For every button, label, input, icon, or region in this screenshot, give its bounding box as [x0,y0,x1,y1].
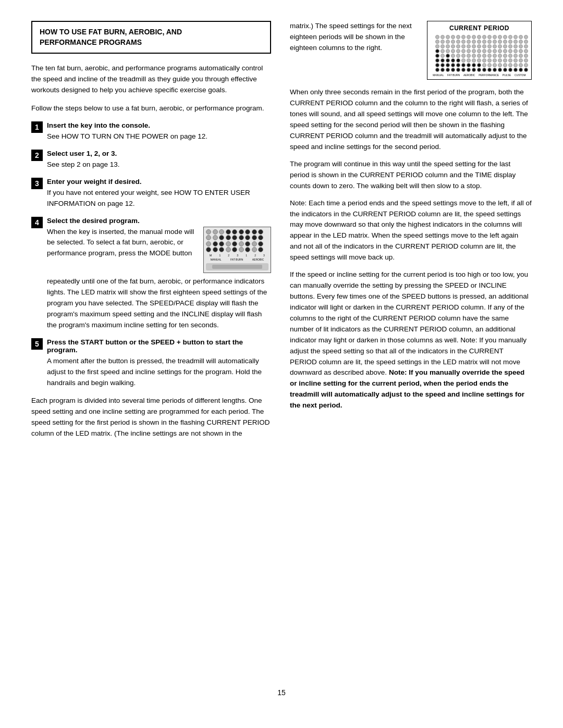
cp-r5c2 [440,54,445,58]
led-label-1a: 1 [219,254,221,257]
step-2-number: 2 [31,150,43,161]
cp-r3c9 [477,44,481,48]
cp-r8c14 [503,68,507,72]
led-r3c6 [239,241,244,246]
cp-r1c11 [487,35,492,39]
cp-r2c15 [508,40,512,44]
led-r4c3 [219,247,224,252]
cp-r6c1 [435,58,439,63]
cp-r2c3 [446,40,450,44]
led-label-1b: 1 [246,254,247,257]
led-label-3b: 3 [263,254,265,257]
cp-r5c15 [508,54,512,58]
cp-r8c6 [461,68,466,72]
cp-label-custom: CUSTOM [515,73,526,78]
step-3-title: Enter your weight if desired. [47,178,271,186]
led-r1c6 [239,229,244,235]
cp-r5c4 [451,54,455,58]
cp-r8c10 [482,68,486,72]
cp-r1c10 [482,35,486,39]
step-1-block: 1 Insert the key into the console. See H… [31,121,271,142]
cp-r6c4 [451,58,455,63]
cp-r6c17 [519,58,523,63]
step-1-title: Insert the key into the console. [47,121,271,129]
cp-r6c6 [461,58,466,63]
led-label-manual: MANUAL [211,258,222,261]
cp-r4c6 [461,49,466,53]
led-r4c6 [239,247,244,252]
cp-r6c13 [498,58,502,63]
cp-r2c16 [513,40,518,44]
led-label-m: M [210,254,212,257]
cp-r2c7 [467,40,471,44]
cp-r4c11 [487,49,492,53]
cp-r5c10 [482,54,486,58]
led-r3c1 [206,241,211,246]
led-r3c3 [219,241,224,246]
cp-r1c5 [456,35,460,39]
current-period-box: CURRENT PERIOD [427,21,532,80]
cp-r7c2 [440,63,445,67]
cp-r1c14 [503,35,507,39]
when-only-paragraph: When only three seconds remain in the fi… [290,87,532,153]
led-r3c9 [258,241,263,246]
right-top-section: matrix.) The speed settings for the next… [290,21,532,80]
cp-r6c5 [456,58,460,63]
right-column: matrix.) The speed settings for the next… [290,21,532,678]
cp-r2c2 [440,40,445,44]
led-r2c8 [252,235,257,240]
cp-r7c15 [508,63,512,67]
cp-label-pulse: PULSE [503,73,511,78]
cp-r3c2 [440,44,445,48]
led-r1c4 [226,229,231,235]
cp-r4c8 [472,49,476,53]
cp-r8c11 [487,68,492,72]
step-2-desc: See step 2 on page 13. [47,159,271,170]
cp-r5c1 [435,54,439,58]
cp-r5c13 [498,54,502,58]
cp-r2c5 [456,40,460,44]
cp-r8c2 [440,68,445,72]
led-r1c2 [213,229,218,235]
cp-r4c15 [508,49,512,53]
cp-r6c8 [472,58,476,63]
step-1-number: 1 [31,121,43,133]
section-title-box: HOW TO USE FAT BURN, AEROBIC, AND PERFOR… [31,21,271,54]
cp-r3c8 [472,44,476,48]
page-container: HOW TO USE FAT BURN, AEROBIC, AND PERFOR… [0,0,563,728]
step-1-desc: See HOW TO TURN ON THE POWER on page 12. [47,131,271,142]
step-3-desc: If you have not entered your weight, see… [47,188,271,209]
cp-r5c14 [503,54,507,58]
intro-paragraph: The ten fat burn, aerobic, and performan… [31,63,271,96]
follow-text: Follow the steps below to use a fat burn… [31,103,271,114]
cp-r7c10 [482,63,486,67]
led-r1c7 [245,229,250,235]
step-4-led-image: M 1 2 3 1 2 3 MANUAL F [203,227,271,274]
led-r2c6 [239,235,244,240]
cp-r1c15 [508,35,512,39]
cp-r4c13 [498,49,502,53]
cp-r2c13 [498,40,502,44]
led-r2c5 [232,235,237,240]
cp-r4c2 [440,49,445,53]
cp-r6c9 [477,58,481,63]
cp-r6c12 [493,58,497,63]
cp-spacer-r6 [430,58,435,63]
led-r1c5 [232,229,237,235]
led-label-aerobic: AEROBIC [252,258,264,261]
continue-paragraph: The program will continue in this way un… [290,159,532,192]
cp-r5c9 [477,54,481,58]
cp-r3c13 [498,44,502,48]
cp-label-manual: MANUAL [433,73,444,78]
cp-r1c1 [435,35,439,39]
cp-label-performance: PERFORMANCE [479,73,499,78]
cp-r3c7 [467,44,471,48]
cp-r4c16 [513,49,518,53]
cp-r6c11 [487,58,492,63]
cp-r4c3 [446,49,450,53]
cp-r1c3 [446,35,450,39]
led-r2c3 [219,235,224,240]
cp-r8c7 [467,68,471,72]
step-3-block: 3 Enter your weight if desired. If you h… [31,178,271,209]
cp-r8c17 [519,68,523,72]
